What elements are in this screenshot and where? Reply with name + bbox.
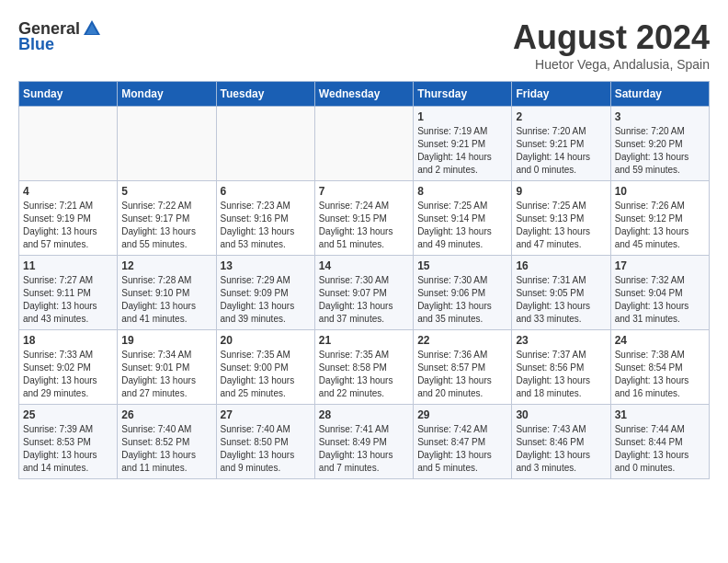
day-info: Sunrise: 7:19 AM Sunset: 9:21 PM Dayligh…	[417, 125, 507, 177]
weekday-header-thursday: Thursday	[414, 82, 512, 107]
calendar-cell: 10Sunrise: 7:26 AM Sunset: 9:12 PM Dayli…	[610, 181, 709, 256]
calendar-cell: 31Sunrise: 7:44 AM Sunset: 8:44 PM Dayli…	[610, 405, 709, 479]
calendar-cell: 26Sunrise: 7:40 AM Sunset: 8:52 PM Dayli…	[118, 405, 216, 479]
calendar-cell: 16Sunrise: 7:31 AM Sunset: 9:05 PM Dayli…	[512, 256, 610, 330]
day-number: 23	[516, 334, 606, 347]
day-info: Sunrise: 7:40 AM Sunset: 8:50 PM Dayligh…	[221, 423, 311, 475]
calendar-cell: 14Sunrise: 7:30 AM Sunset: 9:07 PM Dayli…	[314, 256, 413, 330]
day-number: 24	[615, 334, 705, 347]
weekday-header-friday: Friday	[512, 82, 610, 107]
day-info: Sunrise: 7:28 AM Sunset: 9:10 PM Dayligh…	[121, 274, 211, 326]
day-number: 25	[23, 408, 113, 421]
calendar-cell: 2Sunrise: 7:20 AM Sunset: 9:21 PM Daylig…	[512, 107, 610, 181]
day-number: 6	[221, 185, 311, 198]
day-info: Sunrise: 7:40 AM Sunset: 8:52 PM Dayligh…	[121, 423, 211, 475]
calendar-cell: 21Sunrise: 7:35 AM Sunset: 8:58 PM Dayli…	[314, 330, 413, 405]
calendar-cell: 27Sunrise: 7:40 AM Sunset: 8:50 PM Dayli…	[216, 405, 314, 479]
calendar-cell: 6Sunrise: 7:23 AM Sunset: 9:16 PM Daylig…	[216, 181, 314, 256]
calendar-cell: 19Sunrise: 7:34 AM Sunset: 9:01 PM Dayli…	[118, 330, 216, 405]
calendar-cell: 7Sunrise: 7:24 AM Sunset: 9:15 PM Daylig…	[314, 181, 413, 256]
day-info: Sunrise: 7:33 AM Sunset: 9:02 PM Dayligh…	[23, 349, 113, 400]
calendar-cell	[118, 107, 216, 181]
weekday-header-saturday: Saturday	[610, 82, 709, 107]
logo-blue: Blue	[18, 35, 54, 54]
day-info: Sunrise: 7:43 AM Sunset: 8:46 PM Dayligh…	[516, 423, 606, 475]
day-info: Sunrise: 7:21 AM Sunset: 9:19 PM Dayligh…	[23, 200, 113, 251]
day-info: Sunrise: 7:36 AM Sunset: 8:57 PM Dayligh…	[417, 349, 507, 400]
day-info: Sunrise: 7:25 AM Sunset: 9:13 PM Dayligh…	[516, 200, 606, 251]
calendar-cell: 30Sunrise: 7:43 AM Sunset: 8:46 PM Dayli…	[512, 405, 610, 479]
day-info: Sunrise: 7:27 AM Sunset: 9:11 PM Dayligh…	[23, 274, 113, 326]
day-number: 5	[121, 185, 211, 198]
calendar-cell: 4Sunrise: 7:21 AM Sunset: 9:19 PM Daylig…	[19, 181, 118, 256]
calendar-cell: 11Sunrise: 7:27 AM Sunset: 9:11 PM Dayli…	[19, 256, 118, 330]
day-number: 21	[319, 334, 409, 347]
day-info: Sunrise: 7:29 AM Sunset: 9:09 PM Dayligh…	[221, 274, 311, 326]
day-number: 16	[516, 259, 606, 272]
day-number: 2	[516, 110, 606, 123]
day-number: 10	[615, 185, 705, 198]
calendar-cell	[314, 107, 413, 181]
calendar-cell: 5Sunrise: 7:22 AM Sunset: 9:17 PM Daylig…	[118, 181, 216, 256]
day-info: Sunrise: 7:35 AM Sunset: 8:58 PM Dayligh…	[319, 349, 409, 400]
day-number: 8	[417, 185, 507, 198]
day-number: 30	[516, 408, 606, 421]
day-info: Sunrise: 7:35 AM Sunset: 9:00 PM Dayligh…	[221, 349, 311, 400]
day-number: 31	[615, 408, 705, 421]
day-info: Sunrise: 7:38 AM Sunset: 8:54 PM Dayligh…	[615, 349, 705, 400]
calendar-cell: 22Sunrise: 7:36 AM Sunset: 8:57 PM Dayli…	[414, 330, 512, 405]
day-number: 3	[615, 110, 705, 123]
calendar-cell: 23Sunrise: 7:37 AM Sunset: 8:56 PM Dayli…	[512, 330, 610, 405]
day-info: Sunrise: 7:44 AM Sunset: 8:44 PM Dayligh…	[615, 423, 705, 475]
day-number: 27	[221, 408, 311, 421]
day-number: 14	[319, 259, 409, 272]
calendar-cell: 15Sunrise: 7:30 AM Sunset: 9:06 PM Dayli…	[414, 256, 512, 330]
calendar-cell: 9Sunrise: 7:25 AM Sunset: 9:13 PM Daylig…	[512, 181, 610, 256]
day-info: Sunrise: 7:37 AM Sunset: 8:56 PM Dayligh…	[516, 349, 606, 400]
day-info: Sunrise: 7:25 AM Sunset: 9:14 PM Dayligh…	[417, 200, 507, 251]
day-number: 20	[221, 334, 311, 347]
logo-icon	[82, 18, 102, 39]
day-info: Sunrise: 7:20 AM Sunset: 9:20 PM Dayligh…	[615, 125, 705, 177]
day-number: 7	[319, 185, 409, 198]
day-info: Sunrise: 7:30 AM Sunset: 9:07 PM Dayligh…	[319, 274, 409, 326]
day-info: Sunrise: 7:30 AM Sunset: 9:06 PM Dayligh…	[417, 274, 507, 326]
day-info: Sunrise: 7:20 AM Sunset: 9:21 PM Dayligh…	[516, 125, 606, 177]
day-info: Sunrise: 7:39 AM Sunset: 8:53 PM Dayligh…	[23, 423, 113, 475]
calendar-cell: 3Sunrise: 7:20 AM Sunset: 9:20 PM Daylig…	[610, 107, 709, 181]
page-header: General Blue August 2024 Huetor Vega, An…	[18, 18, 710, 72]
calendar-cell: 12Sunrise: 7:28 AM Sunset: 9:10 PM Dayli…	[118, 256, 216, 330]
calendar-cell: 29Sunrise: 7:42 AM Sunset: 8:47 PM Dayli…	[414, 405, 512, 479]
calendar-cell: 28Sunrise: 7:41 AM Sunset: 8:49 PM Dayli…	[314, 405, 413, 479]
day-info: Sunrise: 7:26 AM Sunset: 9:12 PM Dayligh…	[615, 200, 705, 251]
location: Huetor Vega, Andalusia, Spain	[513, 57, 710, 72]
weekday-header-wednesday: Wednesday	[314, 82, 413, 107]
day-info: Sunrise: 7:42 AM Sunset: 8:47 PM Dayligh…	[417, 423, 507, 475]
day-number: 15	[417, 259, 507, 272]
weekday-header-tuesday: Tuesday	[216, 82, 314, 107]
day-number: 4	[23, 185, 113, 198]
day-info: Sunrise: 7:24 AM Sunset: 9:15 PM Dayligh…	[319, 200, 409, 251]
calendar-table: SundayMondayTuesdayWednesdayThursdayFrid…	[18, 81, 710, 479]
weekday-header-monday: Monday	[118, 82, 216, 107]
day-info: Sunrise: 7:34 AM Sunset: 9:01 PM Dayligh…	[121, 349, 211, 400]
month-year: August 2024	[513, 18, 710, 57]
calendar-cell: 18Sunrise: 7:33 AM Sunset: 9:02 PM Dayli…	[19, 330, 118, 405]
day-number: 29	[417, 408, 507, 421]
calendar-cell: 17Sunrise: 7:32 AM Sunset: 9:04 PM Dayli…	[610, 256, 709, 330]
day-info: Sunrise: 7:41 AM Sunset: 8:49 PM Dayligh…	[319, 423, 409, 475]
day-info: Sunrise: 7:31 AM Sunset: 9:05 PM Dayligh…	[516, 274, 606, 326]
day-number: 13	[221, 259, 311, 272]
weekday-header-sunday: Sunday	[19, 82, 118, 107]
day-number: 18	[23, 334, 113, 347]
day-number: 28	[319, 408, 409, 421]
calendar-cell	[216, 107, 314, 181]
day-number: 19	[121, 334, 211, 347]
day-number: 9	[516, 185, 606, 198]
calendar-cell: 8Sunrise: 7:25 AM Sunset: 9:14 PM Daylig…	[414, 181, 512, 256]
day-number: 17	[615, 259, 705, 272]
day-number: 22	[417, 334, 507, 347]
calendar-cell: 25Sunrise: 7:39 AM Sunset: 8:53 PM Dayli…	[19, 405, 118, 479]
calendar-cell: 13Sunrise: 7:29 AM Sunset: 9:09 PM Dayli…	[216, 256, 314, 330]
calendar-cell: 20Sunrise: 7:35 AM Sunset: 9:00 PM Dayli…	[216, 330, 314, 405]
